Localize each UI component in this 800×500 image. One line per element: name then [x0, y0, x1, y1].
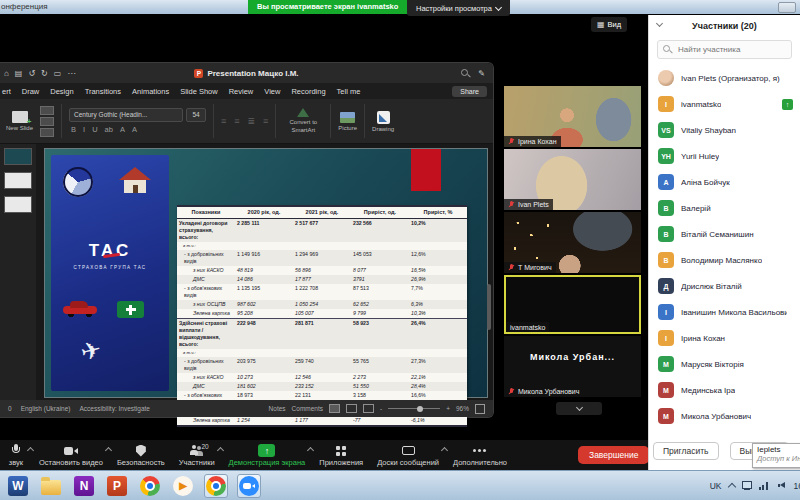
toolbar-button[interactable]: Безопасность	[110, 440, 172, 470]
ppt-share-button: Share	[452, 86, 487, 97]
toolbar-button[interactable]: Остановить видео	[32, 440, 110, 470]
volume-icon[interactable]	[777, 481, 787, 490]
participant-row[interactable]: М Мединська Іра ↑	[658, 377, 800, 403]
table-row: в т.ч.:	[177, 242, 467, 250]
clock[interactable]: 16	[794, 481, 800, 491]
ppt-quick-access-toolbar: ⌂▤↺↻▭⋯	[4, 63, 75, 83]
video-tile[interactable]: Ірина Кохан	[504, 86, 641, 147]
screen-sharing-icon: ↑	[782, 99, 793, 110]
participant-name: Володимир Маслянко	[681, 256, 762, 265]
align-icon: ≡	[221, 116, 226, 126]
toolbar-button[interactable]: звук	[0, 440, 32, 470]
apps-icon	[336, 446, 346, 456]
participant-name: Іванишин Микола Васильович	[681, 308, 787, 317]
onenote-icon[interactable]: N	[72, 474, 96, 498]
muted-mic-icon	[508, 388, 515, 396]
avatar: Д	[658, 278, 674, 294]
collapse-panel-icon[interactable]	[656, 20, 663, 27]
end-meeting-button[interactable]: Завершение	[578, 446, 649, 464]
view-layout-button[interactable]: ▦ Вид	[591, 17, 627, 32]
windows-taskbar: W N P ▶	[0, 470, 800, 500]
ppt-titlebar: ⌂▤↺↻▭⋯ P Presentation Мацко І.М. ✎	[0, 63, 493, 83]
video-tile[interactable]: Ivan Plets	[504, 149, 641, 210]
qat-icon: ⋯	[67, 69, 75, 78]
participant-search[interactable]	[657, 40, 792, 59]
video-thumbnails-strip: Ірина Кохан Ivan Plets Т Мигович	[504, 86, 641, 399]
participant-row[interactable]: І Іванишин Микола Васильович ↑	[658, 299, 800, 325]
toolbar-button[interactable]: Демонстрация экрана	[222, 440, 313, 470]
slide-thumbnail	[4, 172, 32, 189]
zoom-icon[interactable]	[237, 474, 261, 498]
video-tile[interactable]: ivanmatsko	[504, 275, 641, 334]
network-icon[interactable]	[742, 481, 752, 490]
participant-name: Марусяк Вікторія	[681, 360, 744, 369]
participant-row[interactable]: Ivan Plets (Организатор, я) ↑	[658, 65, 800, 91]
ppt-zoom-level: 96%	[456, 405, 469, 412]
video-tile[interactable]: Микола Урбан... Микола Урбанович	[504, 336, 641, 397]
ppt-search-icon	[461, 69, 470, 78]
participant-row[interactable]: I ivanmatsko ↑	[658, 91, 800, 117]
signal-icon[interactable]	[759, 481, 770, 490]
avatar: І	[658, 330, 674, 346]
participant-row[interactable]: В Володимир Маслянко ↑	[658, 247, 800, 273]
participant-name-label: Микола Урбанович	[504, 386, 583, 397]
more-videos-button[interactable]	[556, 402, 602, 415]
participant-row[interactable]: В Валерій ↑	[658, 195, 800, 221]
toolbar-button[interactable]: 20 Участники	[172, 440, 222, 470]
ppt-tab: Design	[50, 87, 73, 96]
window-control-button[interactable]	[778, 2, 796, 13]
new-slide-button: New Slide	[6, 111, 33, 131]
drawing-icon	[377, 111, 390, 124]
participant-row[interactable]: М Микола Урбанович ↑	[658, 403, 800, 429]
toolbar-button[interactable]: Приложения	[312, 440, 370, 470]
participant-row[interactable]: М Марусяк Вікторія ↑	[658, 351, 800, 377]
view-settings-button[interactable]: Настройки просмотра	[407, 0, 510, 16]
word-icon[interactable]: W	[6, 474, 30, 498]
smartart-icon	[297, 108, 309, 117]
powerpoint-icon[interactable]: P	[105, 474, 129, 498]
toolbar-button[interactable]: Доски сообщений	[370, 440, 446, 470]
participant-row[interactable]: В Віталій Семанишин ↑	[658, 221, 800, 247]
ppt-ribbon-tabs: ertDrawDesignTransitionsAnimationsSlide …	[0, 83, 493, 99]
qat-icon: ↺	[28, 69, 35, 78]
ppt-tab: ert	[2, 87, 11, 96]
participant-name: Валерій	[681, 204, 711, 213]
explorer-icon[interactable]	[39, 474, 63, 498]
presentation-slide: ТАС СТРАХОВА ГРУПА ТАС ✈ Показники2020 р…	[44, 148, 488, 398]
ppt-document-title: Presentation Мацко І.М.	[207, 69, 298, 78]
chrome-icon[interactable]	[204, 474, 228, 498]
table-row: ДМС 181 602 233 152 51 550 28,4%	[177, 382, 467, 391]
participant-row[interactable]: YH Yurii Huley ↑	[658, 143, 800, 169]
ppt-tab: Draw	[22, 87, 40, 96]
tas-logo-subtitle: СТРАХОВА ГРУПА ТАС	[51, 265, 169, 270]
table-header-cell: 2020 рік, од.	[235, 206, 293, 219]
ppt-tab: Slide Show	[180, 87, 218, 96]
participant-name: Yurii Huley	[681, 152, 719, 161]
language-switcher[interactable]: UK	[710, 481, 722, 491]
search-input[interactable]	[676, 44, 790, 55]
camera-icon	[64, 446, 78, 456]
chevron-down-icon	[495, 3, 502, 10]
participant-row[interactable]: І Ірина Кохан ↑	[658, 325, 800, 351]
participant-name: ivanmatsko	[681, 100, 721, 109]
tas-swirl-icon	[63, 167, 93, 197]
table-row: Укладені договори страхування, всього: 2…	[177, 219, 467, 243]
participant-row[interactable]: А Аліна Бойчук ↑	[658, 169, 800, 195]
invite-button[interactable]: Пригласить	[653, 442, 719, 460]
hidden-icons-arrow[interactable]	[727, 482, 735, 490]
chrome-icon[interactable]	[138, 474, 162, 498]
avatar: А	[658, 174, 674, 190]
qat-icon: ↻	[41, 69, 48, 78]
participant-row[interactable]: VS Vitaliy Shayban ↑	[658, 117, 800, 143]
system-tray: UK 16	[710, 481, 800, 491]
muted-mic-icon	[508, 138, 515, 146]
format-icon: ab	[105, 125, 113, 134]
media-player-icon[interactable]: ▶	[171, 474, 195, 498]
video-tile[interactable]: Т Мигович	[504, 212, 641, 273]
participant-row[interactable]: Д Дрислюк Віталій ↑	[658, 273, 800, 299]
toolbar-button[interactable]: Дополнительно	[446, 440, 514, 470]
house-icon	[119, 167, 151, 195]
avatar: В	[658, 200, 674, 216]
zoom-meeting-toolbar: звук Остановить видео Безопасность	[0, 440, 648, 470]
participant-name-label: ivanmatsko	[506, 322, 549, 332]
